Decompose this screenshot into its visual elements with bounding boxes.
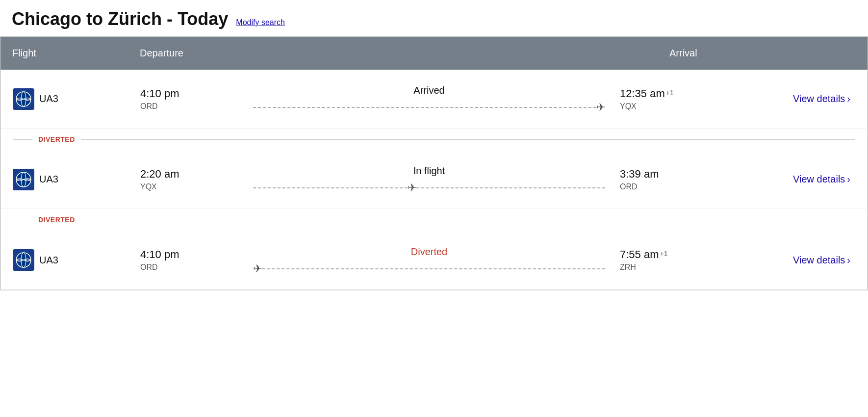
arrival-offset-1: +1	[666, 89, 674, 97]
flights-table: Flight Departure Arrival UA3	[0, 36, 868, 290]
status-2: In flight	[413, 165, 445, 177]
table-header: Flight Departure Arrival	[0, 37, 868, 70]
plane-icon-3: ✈	[253, 263, 262, 274]
col-departure-header: Departure	[140, 48, 660, 59]
arrival-airport-1: YQX	[620, 102, 747, 111]
chevron-icon-3: ›	[847, 255, 850, 266]
airline-code-3: UA3	[39, 255, 58, 266]
departure-time-2: 2:20 am	[140, 168, 248, 181]
view-details-link-3[interactable]: View details ›	[793, 255, 850, 266]
route-cell-1: Arrived ✈	[248, 85, 610, 113]
flight-row-3: UA3 4:10 pm ORD Diverted ✈ 7:55 am+1 ZRH	[1, 231, 867, 289]
airline-cell-2: UA3	[13, 169, 140, 190]
status-3: Diverted	[411, 246, 447, 258]
plane-icon-2: ✈	[408, 182, 416, 193]
arrival-time-1: 12:35 am	[620, 87, 665, 100]
arrival-time-2: 3:39 am	[620, 168, 659, 181]
arrival-cell-2: 3:39 am ORD	[610, 168, 747, 191]
view-details-cell-3: View details ›	[747, 255, 855, 266]
flights-container: UA3 4:10 pm ORD Arrived ✈ 12:35 am+1 YQX	[0, 70, 868, 290]
airline-logo-3	[13, 249, 34, 271]
route-cell-2: In flight ✈	[248, 165, 610, 193]
departure-airport-3: ORD	[140, 263, 248, 272]
airline-code-1: UA3	[39, 93, 58, 104]
view-details-link-2[interactable]: View details ›	[793, 174, 850, 185]
diverted-separator-2: DIVERTED	[1, 209, 867, 231]
plane-icon-1: ✈	[596, 102, 605, 113]
departure-cell-2: 2:20 am YQX	[140, 168, 248, 191]
status-1: Arrived	[413, 85, 444, 96]
chevron-icon-2: ›	[847, 174, 850, 185]
arrival-airport-2: ORD	[620, 182, 747, 191]
diverted-separator-1: DIVERTED	[1, 129, 867, 150]
page-header: Chicago to Zürich - Today Modify search	[0, 0, 868, 36]
arrival-time-3: 7:55 am	[620, 248, 659, 261]
departure-airport-2: YQX	[140, 182, 248, 191]
page-title: Chicago to Zürich - Today	[12, 9, 228, 29]
diverted-label-1: DIVERTED	[38, 135, 75, 143]
view-details-link-1[interactable]: View details ›	[793, 93, 850, 104]
flight-row-2: UA3 2:20 am YQX In flight ✈ 3:39 am ORD	[1, 150, 867, 209]
airline-cell-1: UA3	[13, 88, 140, 110]
col-arrival-header: Arrival	[660, 48, 856, 59]
diverted-label-2: DIVERTED	[38, 216, 75, 224]
departure-time-1: 4:10 pm	[140, 87, 248, 100]
arrival-cell-1: 12:35 am+1 YQX	[610, 87, 747, 111]
departure-cell-1: 4:10 pm ORD	[140, 87, 248, 111]
departure-airport-1: ORD	[140, 102, 248, 111]
airline-logo-1	[13, 88, 34, 110]
arrival-airport-3: ZRH	[620, 263, 747, 272]
view-details-cell-1: View details ›	[747, 93, 855, 104]
departure-time-3: 4:10 pm	[140, 248, 248, 261]
departure-cell-3: 4:10 pm ORD	[140, 248, 248, 272]
airline-logo-2	[13, 169, 34, 190]
chevron-icon-1: ›	[847, 93, 850, 104]
arrival-cell-3: 7:55 am+1 ZRH	[610, 248, 747, 272]
airline-cell-3: UA3	[13, 249, 140, 271]
modify-search-link[interactable]: Modify search	[236, 18, 285, 27]
airline-code-2: UA3	[39, 174, 58, 185]
flight-row-1: UA3 4:10 pm ORD Arrived ✈ 12:35 am+1 YQX	[1, 70, 867, 129]
arrival-offset-3: +1	[660, 250, 668, 258]
col-flight-header: Flight	[12, 48, 140, 59]
route-cell-3: Diverted ✈	[248, 246, 610, 274]
view-details-cell-2: View details ›	[747, 174, 855, 185]
